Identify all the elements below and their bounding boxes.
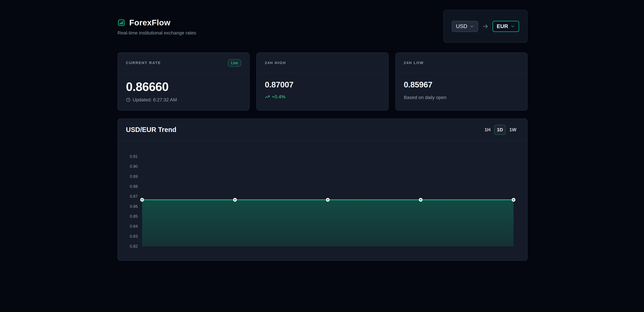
current-rate-card: CURRENT RATE Live 0.86660 Updated: 6:27:…	[118, 52, 250, 111]
app-title: ForexFlow	[129, 18, 170, 27]
clock-icon	[126, 98, 130, 102]
trending-up-icon	[265, 94, 270, 99]
y-tick-label: 0.91	[118, 154, 138, 159]
tab-1w[interactable]: 1W	[507, 125, 519, 135]
low-24h-card-header: 24H LOW	[396, 53, 527, 73]
y-tick-label: 0.87	[118, 194, 138, 199]
data-point-center	[327, 199, 329, 201]
chart-card: USD/EUR Trend 1H 1D 1W 0.910.900.890.880…	[118, 119, 528, 261]
range-tabs: 1H 1D 1W	[482, 125, 519, 135]
change-percent: +0.4%	[272, 94, 285, 100]
low-24h-value: 0.85967	[404, 81, 519, 89]
high-24h-value: 0.87007	[265, 81, 380, 89]
change-row: +0.4%	[265, 94, 380, 100]
chevron-down-icon	[470, 24, 474, 28]
high-24h-card-body: 0.87007 +0.4%	[257, 73, 388, 100]
chart-yaxis: 0.910.900.890.880.870.860.850.840.830.82	[118, 141, 138, 260]
y-tick-label: 0.88	[118, 184, 138, 189]
y-tick-label: 0.84	[118, 224, 138, 229]
chart-area: 0.910.900.890.880.870.860.850.840.830.82	[118, 141, 527, 260]
tab-1h[interactable]: 1H	[482, 125, 493, 135]
from-currency-label: USD	[456, 23, 467, 29]
high-24h-card: 24H HIGH 0.87007 +0.4%	[256, 52, 388, 111]
data-point-center	[513, 199, 514, 201]
to-currency-label: EUR	[497, 23, 508, 29]
last-updated-row: Updated: 6:27:32 AM	[126, 97, 241, 103]
current-rate-card-header: CURRENT RATE Live	[118, 53, 249, 73]
chart-plot	[142, 141, 514, 260]
y-tick-label: 0.82	[118, 244, 138, 249]
live-status-badge: Live	[228, 59, 241, 67]
from-currency-select[interactable]: USD	[452, 21, 478, 32]
area-fill	[142, 200, 514, 246]
header: ForexFlow Real-time institutional exchan…	[118, 0, 528, 36]
stats-row: CURRENT RATE Live 0.86660 Updated: 6:27:…	[118, 52, 528, 111]
arrow-right-icon	[482, 23, 488, 29]
y-tick-label: 0.86	[118, 204, 138, 209]
chart-title: USD/EUR Trend	[126, 126, 176, 134]
y-tick-label: 0.90	[118, 164, 138, 169]
chart-header: USD/EUR Trend 1H 1D 1W	[118, 119, 527, 141]
tab-1d[interactable]: 1D	[494, 125, 506, 135]
low-24h-label: 24H LOW	[404, 61, 424, 65]
low-24h-card: 24H LOW 0.85967 Based on daily open	[396, 52, 528, 111]
content-wrapper: ForexFlow Real-time institutional exchan…	[118, 0, 528, 261]
current-rate-value: 0.86660	[126, 81, 241, 93]
chevron-down-icon	[510, 24, 515, 28]
y-tick-label: 0.85	[118, 214, 138, 219]
currency-converter-panel: USD EUR	[443, 10, 528, 43]
last-updated-text: Updated: 6:27:32 AM	[133, 97, 177, 103]
y-tick-label: 0.83	[118, 234, 138, 239]
y-tick-label: 0.89	[118, 174, 138, 179]
data-point-center	[141, 199, 143, 201]
to-currency-select[interactable]: EUR	[492, 21, 519, 32]
current-rate-label: CURRENT RATE	[126, 61, 161, 65]
data-point-center	[420, 199, 422, 201]
low-24h-card-body: 0.85967 Based on daily open	[396, 73, 527, 100]
high-24h-label: 24H HIGH	[265, 61, 286, 65]
data-point-center	[234, 199, 236, 201]
daily-open-note: Based on daily open	[404, 95, 519, 100]
current-rate-card-body: 0.86660 Updated: 6:27:32 AM	[118, 73, 249, 103]
high-24h-card-header: 24H HIGH	[257, 53, 388, 73]
bar-chart-logo-icon	[118, 19, 125, 26]
